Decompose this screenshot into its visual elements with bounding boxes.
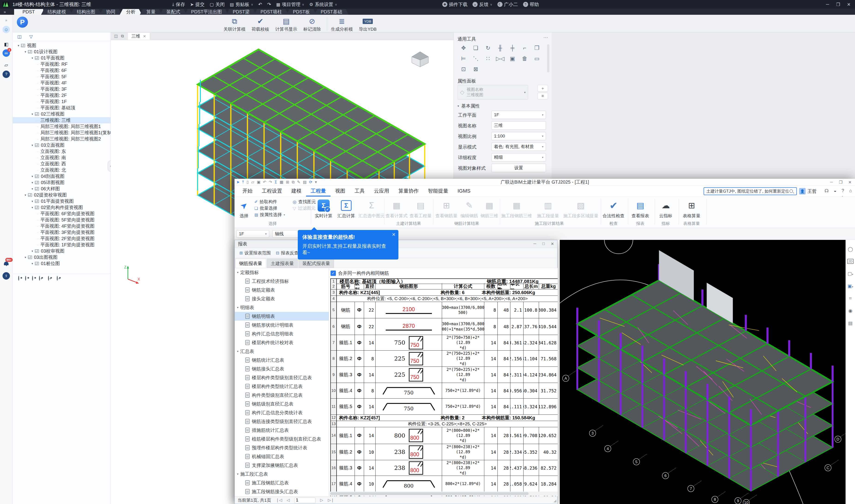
tab-算量[interactable]: 算量 — [140, 9, 162, 15]
report-tree-item[interactable]: 植筋楼层构件类型级别直径汇总表 — [235, 435, 329, 443]
tree-item[interactable]: ··平面视图: 4F竖向提资视图 — [13, 223, 110, 229]
tree-item[interactable]: ▾06大样图 — [13, 186, 110, 192]
unmatch-icon[interactable]: ⊠ — [471, 65, 481, 74]
tree-item[interactable]: ··平面视图: 1F — [13, 98, 110, 105]
tree-item[interactable]: ··立面视图: 南 — [13, 155, 110, 161]
mirror-icon[interactable]: ▷◁ — [495, 54, 505, 63]
report-tree-item[interactable]: 楼层构件类型统计汇总表 — [235, 382, 329, 391]
tree-item[interactable]: ▾01平面视图 — [13, 55, 110, 61]
prev-page-icon[interactable]: ◁ — [287, 498, 290, 503]
report-maximize-button[interactable]: □ — [539, 240, 548, 248]
gtj-ribbon-汇总选中图元[interactable]: Σ汇总选中图元 — [358, 198, 385, 219]
measure-icon[interactable]: ▭ — [532, 54, 542, 63]
gtj-restore-button[interactable]: ❐ — [836, 179, 845, 185]
gtj-minimize-button[interactable]: ─ — [827, 179, 836, 185]
tree-item[interactable]: ▾03出图视图 — [13, 254, 110, 260]
ribbon-button-导出YDB[interactable]: YDB导出YDB — [355, 16, 381, 32]
property-value-工作平面[interactable]: 1F▾ — [491, 111, 546, 119]
tab-PDST梁[interactable]: PDST梁 — [226, 9, 256, 15]
assistant-icon[interactable]: ☺ — [2, 26, 10, 33]
pdst-restore-button[interactable]: ❐ — [833, 0, 843, 9]
gtj-ribbon-施工段提量[interactable]: ▥施工段提量 — [535, 198, 561, 219]
align-left-icon[interactable]: ⊨ — [458, 54, 469, 63]
report-tree-item[interactable]: 机械锚固汇总表 — [235, 452, 329, 461]
viewport-tab[interactable]: 三维 ✕ — [127, 32, 150, 40]
report-tab-土建报表量[interactable]: 土建报表量 — [267, 258, 298, 268]
folder-icon[interactable]: ▱ — [2, 61, 10, 69]
context-轴线[interactable]: 轴线▾ — [273, 230, 302, 238]
section-caret-icon[interactable]: ▾ — [457, 104, 459, 108]
array-icon[interactable]: ❐ — [532, 43, 542, 53]
report-tool-报表反查[interactable]: ⊟报表反查 — [274, 249, 301, 257]
report-tree-item[interactable]: 钢筋明细表 — [235, 312, 329, 321]
link-icon[interactable]: ∞ 1 — [2, 49, 10, 57]
titlebar-action-剪贴板[interactable]: ▤剪贴板∨ — [227, 0, 256, 9]
tree-item[interactable]: ▾视图 — [13, 42, 110, 49]
tree-item[interactable]: ··立面视图: 西 — [13, 161, 110, 167]
tree-item[interactable]: ··平面视图: 5F竖向提资视图 — [13, 217, 110, 223]
tree-item[interactable]: ··平面视图: 基础顶 — [13, 105, 110, 111]
property-value-显示模式[interactable]: 着色: 有光照, 有材质▾ — [491, 143, 546, 151]
stair-icon[interactable]: ⋱ — [471, 54, 481, 63]
report-tree-item[interactable]: 钢筋接头汇总表 — [235, 364, 329, 373]
gtj-tab-云应用[interactable]: 云应用 — [369, 186, 394, 197]
tree-item[interactable]: ▾01桩位图 — [13, 260, 110, 267]
gtj-ribbon-拾取构件[interactable]: ✐拾取构件 — [255, 199, 285, 205]
tree-item[interactable]: ▾02三维视图 — [13, 111, 110, 117]
strip-expand-icon[interactable]: » — [2, 17, 10, 24]
viewport-cascade-icon[interactable]: ⧉ — [121, 34, 124, 38]
report-tab-钢筋报表量[interactable]: 钢筋报表量 — [235, 258, 266, 268]
notification-bell-icon[interactable]: 99+ — [2, 260, 10, 267]
home-view-icon[interactable] — [411, 51, 429, 68]
gtj-ribbon-查看计算式[interactable]: ▦查看计算式 — [385, 198, 408, 219]
redo-button[interactable]: ↷ — [265, 0, 274, 9]
tree-item[interactable]: ▾03校审视图 — [13, 248, 110, 254]
tree-item[interactable]: ▾03立面视图 — [13, 142, 110, 148]
report-tool-设置报表范围[interactable]: ⊞设置报表范围 — [237, 249, 273, 257]
tab-PDST基础[interactable]: PDST基础 — [314, 9, 349, 15]
titlebar-action-反馈[interactable]: ◒反馈∨ — [470, 0, 495, 9]
report-close-button[interactable]: ✕ — [548, 240, 557, 248]
tab-PDST平法出图[interactable]: PDST平法出图 — [185, 9, 228, 15]
property-filter-button[interactable]: ≡ — [537, 93, 548, 100]
gtj-tab-IGMS[interactable]: IGMS — [453, 186, 475, 197]
gtj-tab-工具[interactable]: 工具 — [350, 186, 369, 197]
undo-button[interactable]: ↶ — [256, 0, 265, 9]
viewport-tab-close-icon[interactable]: ✕ — [143, 34, 146, 38]
tab-PDST[interactable]: PDST — [14, 9, 43, 15]
table-hscrollbar[interactable] — [329, 491, 558, 496]
report-tree-item[interactable]: 钢筋定额表 — [235, 286, 329, 294]
gtj-tab-视图[interactable]: 视图 — [331, 186, 350, 197]
tree-item[interactable]: ▾02提资校审视图 — [13, 192, 110, 198]
tree-item[interactable]: ··平面视图: RF — [13, 61, 110, 67]
tree-item[interactable]: ▾02竖向构件提资视图 — [13, 204, 110, 211]
titlebar-menu-系统设置[interactable]: ⚙系统设置∨ — [307, 0, 340, 9]
tab-协同[interactable]: 协同 — [100, 9, 122, 15]
property-value-视图比例[interactable]: 1:100▾ — [491, 132, 546, 140]
report-tree-item[interactable]: 构件汇总信息明细表 — [235, 329, 329, 338]
gtj-user[interactable]: 👤 王哲 — [799, 188, 817, 195]
tree-section-汇总表[interactable]: ▾汇总表 — [235, 347, 329, 356]
match-icon[interactable]: ⊡ — [458, 65, 469, 74]
tree-item[interactable]: ··三维视图: 三维 — [13, 117, 110, 123]
tree-item[interactable]: ▾01平面提资视图 — [13, 198, 110, 204]
tree-item[interactable]: ··局部三维视图: 局部三维视图1 — [13, 123, 110, 130]
copy-icon[interactable]: ❏ — [471, 43, 481, 53]
tree-item[interactable]: ▾05详图视图 — [13, 179, 110, 186]
tree-item[interactable]: ··平面视图: 2F竖向提资视图 — [13, 235, 110, 242]
wireframe-icon[interactable]: ▢▾ — [848, 271, 853, 276]
add-property-button[interactable]: ＋ — [537, 85, 548, 92]
zoom-extents-icon[interactable]: ⌗ — [849, 296, 852, 301]
page-number-input[interactable] — [294, 498, 316, 503]
tree-section-定额指标[interactable]: ▾定额指标 — [235, 268, 329, 277]
first-page-icon[interactable]: ❘◁ — [276, 498, 282, 503]
tree-item[interactable]: ··局部三维视图: 局部三维视图1(复制1) — [13, 130, 110, 136]
pdst-logo-icon[interactable]: P — [17, 17, 28, 28]
tree-item[interactable]: ··立面视图: 东 — [13, 148, 110, 155]
resize-grip[interactable]: ◢ — [554, 499, 556, 503]
tree-item[interactable]: ··平面视图: 3F竖向提资视图 — [13, 229, 110, 235]
next-page-icon[interactable]: ▷ — [320, 498, 323, 503]
help-icon[interactable]: ? — [2, 71, 10, 78]
tab-结构建模[interactable]: 结构建模 — [41, 9, 72, 15]
ribbon-button-计算书显示[interactable]: ▤计算书显示 — [273, 16, 299, 32]
